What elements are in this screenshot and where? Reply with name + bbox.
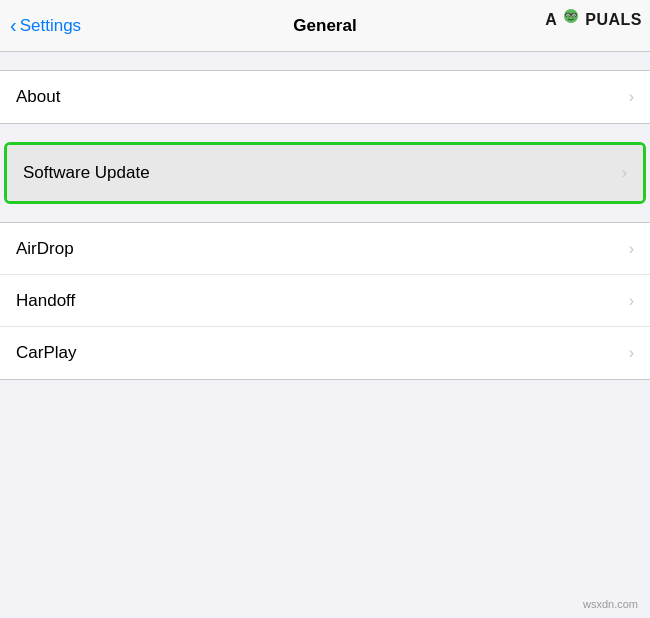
settings-screen: ‹ Settings General A PUALS Ab bbox=[0, 0, 650, 618]
software-update-group: Software Update › bbox=[4, 142, 646, 204]
back-label: Settings bbox=[20, 16, 81, 36]
airdrop-label: AirDrop bbox=[16, 239, 74, 259]
back-chevron-icon: ‹ bbox=[10, 14, 17, 37]
carplay-chevron-icon: › bbox=[629, 344, 634, 362]
section-gap-1 bbox=[0, 52, 650, 70]
highlighted-border: Software Update › bbox=[4, 142, 646, 204]
carplay-row[interactable]: CarPlay › bbox=[0, 327, 650, 379]
logo-text-puals: PUALS bbox=[585, 11, 642, 29]
logo-mascot-icon bbox=[559, 8, 583, 32]
carplay-label: CarPlay bbox=[16, 343, 76, 363]
section-gap-3 bbox=[0, 204, 650, 222]
software-update-label: Software Update bbox=[23, 163, 150, 183]
about-chevron-icon: › bbox=[629, 88, 634, 106]
nav-bar: ‹ Settings General A PUALS bbox=[0, 0, 650, 52]
appuals-logo: A PUALS bbox=[545, 8, 642, 32]
about-row[interactable]: About › bbox=[0, 71, 650, 123]
svg-point-3 bbox=[568, 15, 569, 16]
handoff-chevron-icon: › bbox=[629, 292, 634, 310]
page-title: General bbox=[293, 16, 356, 36]
settings-group-1: About › bbox=[0, 70, 650, 124]
airdrop-row[interactable]: AirDrop › bbox=[0, 223, 650, 275]
back-button[interactable]: ‹ Settings bbox=[10, 14, 81, 37]
handoff-label: Handoff bbox=[16, 291, 75, 311]
logo-text-A: A bbox=[545, 11, 557, 29]
software-update-row[interactable]: Software Update › bbox=[7, 145, 643, 201]
about-label: About bbox=[16, 87, 60, 107]
section-gap-2 bbox=[0, 124, 650, 142]
airdrop-chevron-icon: › bbox=[629, 240, 634, 258]
site-watermark: wsxdn.com bbox=[583, 598, 638, 610]
handoff-row[interactable]: Handoff › bbox=[0, 275, 650, 327]
svg-point-4 bbox=[574, 15, 575, 16]
software-update-chevron-icon: › bbox=[622, 164, 627, 182]
settings-group-3: AirDrop › Handoff › CarPlay › bbox=[0, 222, 650, 380]
